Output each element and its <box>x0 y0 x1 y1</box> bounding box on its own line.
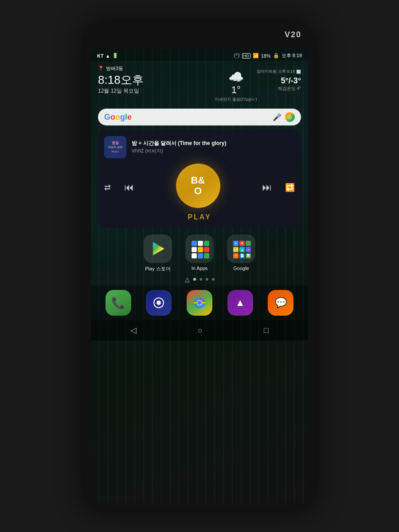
app-item-play-store[interactable]: Play 스토어 <box>144 235 172 272</box>
google-lens-icon[interactable]: ◎ <box>285 112 295 122</box>
wifi-icon: 📶 <box>253 53 259 59</box>
status-bar: KT ▲ 🔋 📳 HD 📶 18% 🔒 오후 8:18 <box>91 49 308 61</box>
weather-left: 📍 방배3동 8:18오후 12월 12일 목요일 <box>98 65 215 95</box>
battery-percent: 18% <box>261 53 271 59</box>
in-apps-icon <box>185 235 214 263</box>
weather-widget: 📍 방배3동 8:18오후 12월 12일 목요일 ☁️ 1° 미세먼지 좋음(… <box>91 61 308 105</box>
google-grid: G M 📍 YT ▲ + ⚡ 📄 📊 <box>231 239 251 258</box>
update-row: 업데이트됨 오후 8:18 🔄 <box>257 69 301 74</box>
google-logo: Google <box>104 113 132 122</box>
shuffle-button[interactable]: ⇄ <box>104 183 111 192</box>
dock-phone[interactable]: 📞 <box>106 290 131 316</box>
controls-row: ⇄ ⏮ B&O ⏭ 🔁 <box>104 164 295 211</box>
dot-3 <box>206 278 208 281</box>
album-label: 퀸덤대표곡 경연Pt.5-1 <box>107 140 123 155</box>
air-quality: 미세먼지 좋음(27μg/㎥) <box>215 97 257 102</box>
date-display: 12월 12일 목요일 <box>98 87 215 95</box>
cloud-icon: ☁️ <box>228 70 244 84</box>
bo-play-button[interactable]: B&O <box>176 164 220 208</box>
in-apps-label: In Apps <box>192 266 208 271</box>
app-item-google[interactable]: G M 📍 YT ▲ + ⚡ 📄 📊 Google <box>227 235 255 272</box>
app-grid: Play 스토어 In A <box>91 235 308 272</box>
in-apps-grid <box>190 239 209 258</box>
dot-2 <box>200 278 202 281</box>
temp-range: 5°/-3° <box>281 76 301 86</box>
dock-messages[interactable]: 💬 <box>268 290 293 316</box>
dock-gallery[interactable]: ▲ <box>227 290 253 316</box>
temp-current: 1° <box>231 84 241 96</box>
time-display: 8:18오후 <box>98 74 215 86</box>
dot-4 <box>212 278 215 281</box>
lock-icon: 🔒 <box>273 53 279 59</box>
status-right: 📳 HD 📶 18% 🔒 오후 8:18 <box>234 52 302 59</box>
carrier-label: KT <box>97 53 104 59</box>
album-art: 퀸덤대표곡 경연Pt.5-1 <box>104 136 126 158</box>
device-frame: V20 KT ▲ 🔋 📳 HD 📶 18% 🔒 오후 8:18 📍 <box>84 22 315 510</box>
next-button[interactable]: ⏭ <box>262 182 272 193</box>
dot-1 <box>193 278 196 281</box>
update-text: 업데이트됨 오후 8:18 <box>257 69 295 74</box>
play-store-label: Play 스토어 <box>145 266 170 272</box>
status-left: KT ▲ 🔋 <box>97 53 118 59</box>
refresh-icon: 🔄 <box>296 70 301 74</box>
svg-marker-0 <box>153 242 164 255</box>
signal-icon: ▲ <box>106 53 110 59</box>
music-player: 퀸덤대표곡 경연Pt.5-1 밤 + 시간을 달려서 (Time for the… <box>98 130 301 227</box>
play-store-icon <box>144 235 172 263</box>
music-info-row: 퀸덤대표곡 경연Pt.5-1 밤 + 시간을 달려서 (Time for the… <box>104 136 295 158</box>
home-button-dot: △ <box>185 276 190 283</box>
prev-button[interactable]: ⏮ <box>124 182 134 193</box>
device-model: V20 <box>285 30 301 39</box>
svg-point-2 <box>156 301 161 305</box>
page-dots: △ <box>91 276 308 283</box>
home-button[interactable]: ○ <box>192 324 208 337</box>
google-suite-icon: G M 📍 YT ▲ + ⚡ 📄 📊 <box>227 235 255 263</box>
google-label: Google <box>233 266 249 271</box>
hd-badge: HD <box>242 53 250 59</box>
dock-camera[interactable] <box>146 290 172 316</box>
back-button[interactable]: ◁ <box>125 324 142 337</box>
song-title: 밤 + 시간을 달려서 (Time for the glory) <box>132 140 295 147</box>
weather-right: 업데이트됨 오후 8:18 🔄 5°/-3° 체감온도 4° <box>257 65 301 92</box>
microphone-icon[interactable]: 🎤 <box>273 113 282 121</box>
recent-button[interactable]: □ <box>258 324 274 337</box>
time-label: 오후 8:18 <box>282 52 302 59</box>
bo-logo-text: B&O <box>191 175 205 196</box>
location-row: 📍 방배3동 <box>98 65 215 72</box>
artist-name: VIVIZ (비비지) <box>132 148 295 154</box>
dock: 📞 ▲ 💬 <box>91 286 308 320</box>
vibrate-icon: 📳 <box>234 53 240 59</box>
location-label: 방배3동 <box>106 65 123 72</box>
app-item-in-apps[interactable]: In Apps <box>185 235 214 272</box>
screen: KT ▲ 🔋 📳 HD 📶 18% 🔒 오후 8:18 📍 방배3동 8:18오… <box>91 49 308 503</box>
search-bar[interactable]: Google 🎤 ◎ <box>98 109 301 125</box>
battery-icon: 🔋 <box>112 53 118 59</box>
weather-center: ☁️ 1° 미세먼지 좋음(27μg/㎥) <box>215 65 257 102</box>
dock-chrome[interactable] <box>187 290 212 316</box>
feels-like: 체감온도 4° <box>278 86 301 92</box>
pin-icon: 📍 <box>98 66 104 71</box>
play-label: PLAY <box>188 213 211 221</box>
repeat-button[interactable]: 🔁 <box>285 183 295 192</box>
music-titles: 밤 + 시간을 달려서 (Time for the glory) VIVIZ (… <box>132 140 295 155</box>
svg-point-5 <box>197 301 202 305</box>
nav-bar: ◁ ○ □ <box>91 320 308 340</box>
